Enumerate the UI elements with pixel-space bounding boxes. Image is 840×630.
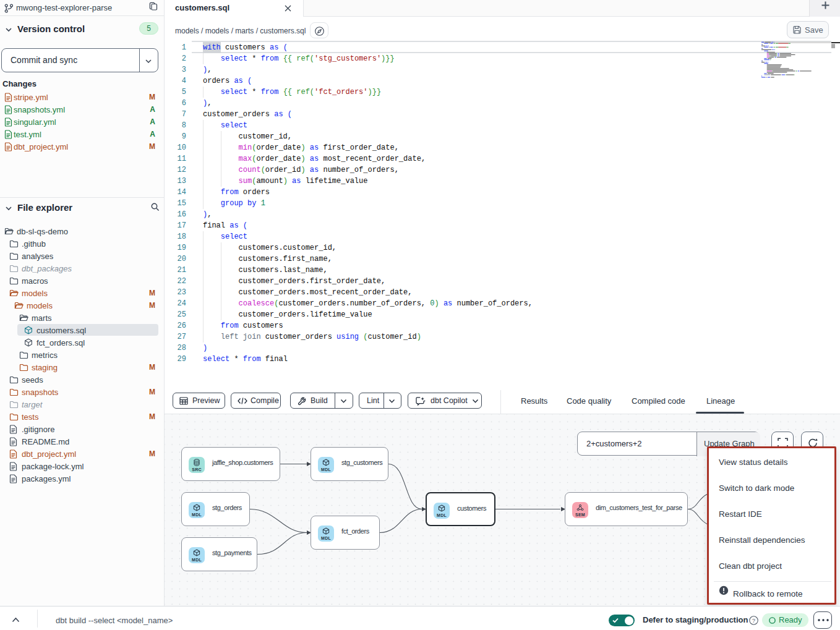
svg-text:?: ?: [752, 617, 755, 624]
